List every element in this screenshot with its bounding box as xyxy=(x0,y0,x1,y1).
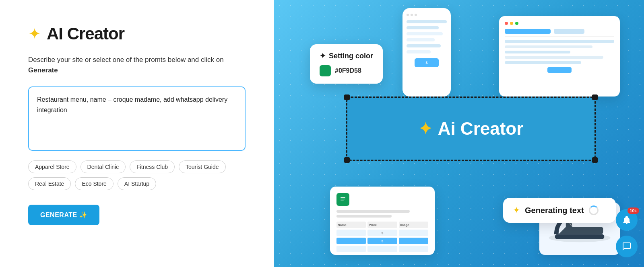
browser-divider xyxy=(505,36,614,37)
browser-line-medium-2 xyxy=(505,61,581,64)
tag-fitness-club[interactable]: Fitness Club xyxy=(130,160,175,173)
table-mock: Name Price Image $ $ xyxy=(336,222,428,252)
chat-button[interactable] xyxy=(616,236,638,257)
phone-line-4 xyxy=(407,38,435,41)
browser-dot-red xyxy=(505,22,508,25)
setting-color-title: ✦ Setting color xyxy=(320,51,373,60)
setting-sparkle-icon: ✦ xyxy=(320,51,326,60)
table-data-row-1: $ xyxy=(336,230,428,236)
browser-row-3 xyxy=(505,51,614,53)
browser-row-4 xyxy=(505,56,614,59)
browser-cta-btn xyxy=(547,67,572,73)
browser-line-medium-1 xyxy=(505,51,570,53)
tag-ai-startup[interactable]: AI Startup xyxy=(118,177,156,190)
svg-rect-3 xyxy=(341,200,344,201)
ai-creator-title: Ai Creator xyxy=(438,119,524,139)
loading-spinner xyxy=(589,205,599,215)
color-swatch xyxy=(320,65,331,76)
browser-filter-2 xyxy=(554,29,584,34)
phone-dots xyxy=(407,14,447,16)
generating-sparkle-icon: ✦ xyxy=(513,205,520,216)
table-data-row-3 xyxy=(336,246,428,252)
prompt-textarea[interactable]: Restaurant menu, name – croque madame, a… xyxy=(28,86,246,151)
table-cell-name-3 xyxy=(336,246,366,252)
ai-creator-label: ✦ Ai Creator xyxy=(419,119,524,139)
table-header-row: Name Price Image xyxy=(336,222,428,228)
ai-creator-selection-box: ✦ Ai Creator xyxy=(346,97,596,161)
corner-handle-bl xyxy=(344,157,350,163)
notification-badge: 10+ xyxy=(627,207,639,214)
browser-line-full-1 xyxy=(505,40,614,43)
phone-dot-3 xyxy=(415,14,417,16)
svg-rect-2 xyxy=(341,199,345,199)
color-hex-value: #0F9D58 xyxy=(335,67,361,74)
table-cell-name-1 xyxy=(336,230,366,236)
table-cell-image-3 xyxy=(399,246,428,252)
browser-row-5 xyxy=(505,61,614,64)
tag-apparel-store[interactable]: Apparel Store xyxy=(28,160,76,173)
phone-line-2 xyxy=(407,26,439,29)
sparkle-icon: ✦ xyxy=(28,26,41,41)
table-header-image: Image xyxy=(399,222,428,228)
ai-sparkle-icon: ✦ xyxy=(419,119,432,138)
tag-dental-clinic[interactable]: Dental Clinic xyxy=(80,160,126,173)
phone-dot-1 xyxy=(407,14,409,16)
browser-dot-green xyxy=(515,22,518,25)
page-title: AI Creator xyxy=(47,24,124,43)
spreadsheet-card: Name Price Image $ $ xyxy=(330,187,435,255)
tag-eco-store[interactable]: Eco Store xyxy=(75,177,113,190)
phone-line-3 xyxy=(407,32,443,35)
notification-bell-button[interactable]: 10+ xyxy=(616,209,638,231)
phone-mockup: $ xyxy=(402,8,451,97)
browser-filter-row xyxy=(505,29,614,34)
subtitle-before: Describe your site or select one of the … xyxy=(28,56,224,64)
browser-titlebar xyxy=(505,22,614,25)
phone-line-1 xyxy=(407,20,447,23)
svg-rect-0 xyxy=(339,196,347,203)
setting-color-card: ✦ Setting color #0F9D58 xyxy=(310,44,383,84)
title-row: ✦ AI Creator xyxy=(28,24,246,43)
tags-row: Apparel Store Dental Clinic Fitness Club… xyxy=(28,160,246,190)
browser-mockup xyxy=(499,16,620,97)
corner-handle-br xyxy=(592,157,598,163)
phone-dot-2 xyxy=(411,14,413,16)
table-cell-price-1: $ xyxy=(367,230,397,236)
subtitle-bold: Generate xyxy=(28,66,58,74)
bell-icon xyxy=(622,215,632,225)
setting-color-label: Setting color xyxy=(329,52,373,60)
spreadsheet-sub-line xyxy=(336,215,392,218)
table-header-price: Price xyxy=(367,222,397,228)
generating-text-card: ✦ Generating text xyxy=(503,198,616,223)
table-cell-name-2 xyxy=(336,238,366,244)
spreadsheet-icon xyxy=(336,193,349,206)
browser-dot-yellow xyxy=(510,22,513,25)
browser-row-1 xyxy=(505,40,614,43)
browser-filter-1 xyxy=(505,29,551,34)
svg-rect-1 xyxy=(341,197,345,198)
browser-row-2 xyxy=(505,45,614,48)
color-swatch-row: #0F9D58 xyxy=(320,65,373,76)
table-header-name: Name xyxy=(336,222,366,228)
phone-cta: $ xyxy=(415,58,439,67)
browser-line-wide-1 xyxy=(505,45,592,48)
subtitle: Describe your site or select one of the … xyxy=(28,55,246,75)
right-panel: ✦ Setting color #0F9D58 $ xyxy=(274,0,644,267)
phone-line-5 xyxy=(407,44,441,47)
table-cell-price-2: $ xyxy=(367,238,397,244)
table-data-row-2: $ xyxy=(336,238,428,244)
phone-line-6 xyxy=(407,50,431,53)
chat-icon xyxy=(622,242,632,251)
browser-line-wide-2 xyxy=(505,56,603,59)
left-panel: ✦ AI Creator Describe your site or selec… xyxy=(0,0,274,267)
spreadsheet-title-line xyxy=(336,210,410,213)
table-cell-image-2 xyxy=(399,238,428,244)
tag-real-estate[interactable]: Real Estate xyxy=(28,177,71,190)
table-cell-price-3 xyxy=(367,246,397,252)
tag-tourist-guide[interactable]: Tourist Guide xyxy=(179,160,225,173)
generate-button[interactable]: GENERATE ✨ xyxy=(28,205,99,225)
table-cell-image-1 xyxy=(399,230,428,236)
browser-cta-row xyxy=(505,67,614,73)
generating-label: Generating text xyxy=(525,206,584,215)
